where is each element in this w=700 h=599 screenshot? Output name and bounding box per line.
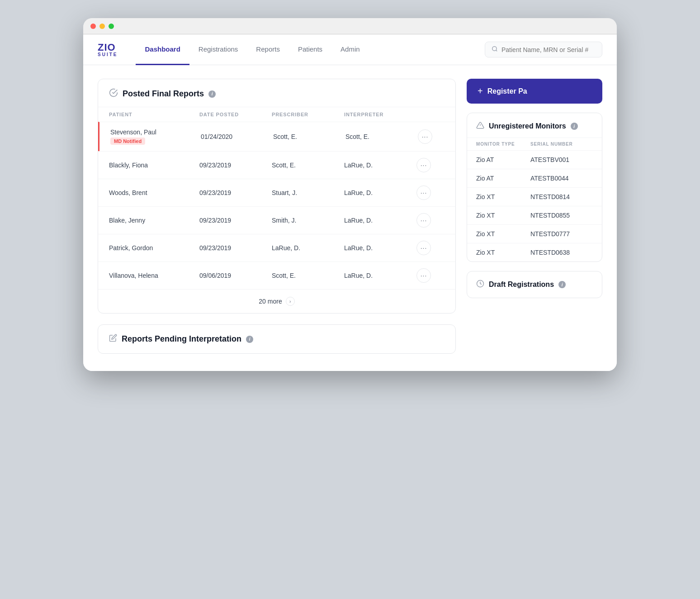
monitors-row: Zio AT ATESTBV001: [467, 150, 602, 169]
monitors-row: Zio XT NTESTD0777: [467, 224, 602, 243]
md-notified-badge: MD Notified: [110, 138, 145, 145]
date-cell: 09/23/2019: [199, 189, 272, 196]
serial-number-header: SERIAL NUMBER: [530, 142, 593, 147]
main-content: Posted Final Reports i PATIENT DATE POST…: [83, 65, 617, 367]
table-row: Patrick, Gordon 09/23/2019 LaRue, D. LaR…: [98, 234, 455, 261]
monitor-type-cell: Zio XT: [476, 212, 530, 219]
draft-registrations-card: Draft Registrations i: [467, 271, 602, 298]
nav-reports[interactable]: Reports: [247, 34, 289, 65]
monitors-row: Zio XT NTESTD0855: [467, 206, 602, 224]
th-patient: PATIENT: [109, 112, 199, 117]
th-prescriber: PRESCRIBER: [272, 112, 344, 117]
table-row: Villanova, Helena 09/06/2019 Scott, E. L…: [98, 261, 455, 289]
row-more-button[interactable]: ···: [416, 268, 431, 283]
reports-card-title: Posted Final Reports: [123, 89, 204, 99]
nav-admin[interactable]: Admin: [331, 34, 369, 65]
monitor-type-cell: Zio XT: [476, 230, 530, 238]
prescriber-cell: LaRue, D.: [272, 244, 344, 252]
table-row: Blake, Jenny 09/23/2019 Smith, J. LaRue,…: [98, 206, 455, 234]
patient-name: Patrick, Gordon: [109, 244, 199, 252]
row-more-button[interactable]: ···: [416, 241, 431, 255]
patient-name: Stevenson, Paul: [110, 128, 201, 136]
interpreter-cell: LaRue, D.: [344, 217, 416, 224]
clock-icon: [476, 280, 484, 290]
info-icon-pending: i: [246, 336, 253, 343]
info-icon-monitors: i: [571, 123, 578, 130]
monitor-serial-cell: NTESTD0855: [530, 212, 593, 219]
draft-card-header: Draft Registrations i: [476, 280, 593, 290]
prescriber-cell: Scott, E.: [272, 272, 344, 279]
monitor-type-cell: Zio AT: [476, 175, 530, 182]
monitor-type-cell: Zio XT: [476, 193, 530, 200]
row-more-button[interactable]: ···: [418, 129, 432, 144]
patient-cell: Stevenson, Paul MD Notified: [110, 128, 201, 145]
warning-triangle-icon: [476, 121, 484, 131]
info-icon-reports: i: [208, 90, 216, 98]
monitor-type-header: MONITOR TYPE: [476, 142, 530, 147]
show-more-label: 20 more: [259, 298, 282, 305]
laptop-frame: ZIO SUITE Dashboard Registrations Report…: [83, 18, 617, 371]
main-nav: ZIO SUITE Dashboard Registrations Report…: [83, 34, 617, 65]
monitors-card-header: Unregistered Monitors i: [467, 113, 602, 138]
table-row: Woods, Brent 09/23/2019 Stuart, J. LaRue…: [98, 179, 455, 206]
prescriber-cell: Scott, E.: [273, 133, 345, 140]
svg-point-0: [492, 47, 497, 51]
info-icon-draft: i: [558, 281, 566, 288]
show-more-button[interactable]: 20 more ›: [98, 289, 455, 313]
interpreter-cell: LaRue, D.: [344, 244, 416, 252]
maximize-dot: [109, 24, 114, 29]
card-header-reports: Posted Final Reports i: [98, 79, 455, 107]
chevron-right-icon: ›: [286, 297, 295, 306]
monitor-type-cell: Zio XT: [476, 249, 530, 256]
table-header-reports: PATIENT DATE POSTED PRESCRIBER INTERPRET…: [98, 107, 455, 122]
prescriber-cell: Smith, J.: [272, 217, 344, 224]
patient-name: Villanova, Helena: [109, 272, 199, 279]
logo-zio: ZIO: [98, 43, 118, 52]
monitor-serial-cell: NTESTD0638: [530, 249, 593, 256]
interpreter-cell: LaRue, D.: [344, 272, 416, 279]
row-more-button[interactable]: ···: [416, 213, 431, 228]
th-date-posted: DATE POSTED: [199, 112, 272, 117]
date-cell: 01/24/2020: [201, 133, 273, 140]
monitors-row: Zio XT NTESTD0814: [467, 187, 602, 206]
monitor-type-cell: Zio AT: [476, 156, 530, 163]
logo-suite: SUITE: [98, 52, 118, 57]
unregistered-monitors-card: Unregistered Monitors i MONITOR TYPE SER…: [467, 113, 602, 262]
date-cell: 09/23/2019: [199, 162, 272, 169]
date-cell: 09/23/2019: [199, 244, 272, 252]
left-panel: Posted Final Reports i PATIENT DATE POST…: [98, 79, 456, 354]
pending-interpretation-card: Reports Pending Interpretation i: [98, 324, 456, 354]
patient-name: Blake, Jenny: [109, 217, 199, 224]
search-box: [485, 42, 602, 57]
patient-name: Blackly, Fiona: [109, 162, 199, 169]
row-more-button[interactable]: ···: [416, 185, 431, 200]
patient-name: Woods, Brent: [109, 189, 199, 196]
interpreter-cell: LaRue, D.: [344, 162, 416, 169]
date-cell: 09/06/2019: [199, 272, 272, 279]
prescriber-cell: Stuart, J.: [272, 189, 344, 196]
pending-card-header: Reports Pending Interpretation i: [109, 334, 445, 344]
date-cell: 09/23/2019: [199, 217, 272, 224]
monitor-serial-cell: NTESTD0814: [530, 193, 593, 200]
nav-registrations[interactable]: Registrations: [189, 34, 247, 65]
monitor-serial-cell: ATESTB0044: [530, 175, 593, 182]
register-button-label: Register Pa: [487, 87, 527, 95]
monitors-row: Zio AT ATESTB0044: [467, 169, 602, 187]
th-actions: [416, 112, 439, 117]
monitors-row: Zio XT NTESTD0638: [467, 243, 602, 261]
search-input[interactable]: [501, 46, 592, 53]
table-row: Stevenson, Paul MD Notified 01/24/2020 S…: [98, 122, 455, 151]
register-patient-button[interactable]: + Register Pa: [467, 79, 602, 104]
nav-patients[interactable]: Patients: [289, 34, 331, 65]
monitor-serial-cell: ATESTBV001: [530, 156, 593, 163]
monitor-serial-cell: NTESTD0777: [530, 230, 593, 238]
right-panel: + Register Pa Unregistered Monit: [467, 79, 602, 298]
row-more-button[interactable]: ···: [416, 158, 431, 172]
pending-card-title: Reports Pending Interpretation: [122, 334, 241, 344]
close-dot: [90, 24, 96, 29]
edit-icon: [109, 334, 117, 344]
nav-dashboard[interactable]: Dashboard: [136, 34, 189, 65]
table-row: Blackly, Fiona 09/23/2019 Scott, E. LaRu…: [98, 151, 455, 179]
posted-final-reports-card: Posted Final Reports i PATIENT DATE POST…: [98, 79, 456, 314]
nav-links: Dashboard Registrations Reports Patients…: [136, 34, 485, 65]
